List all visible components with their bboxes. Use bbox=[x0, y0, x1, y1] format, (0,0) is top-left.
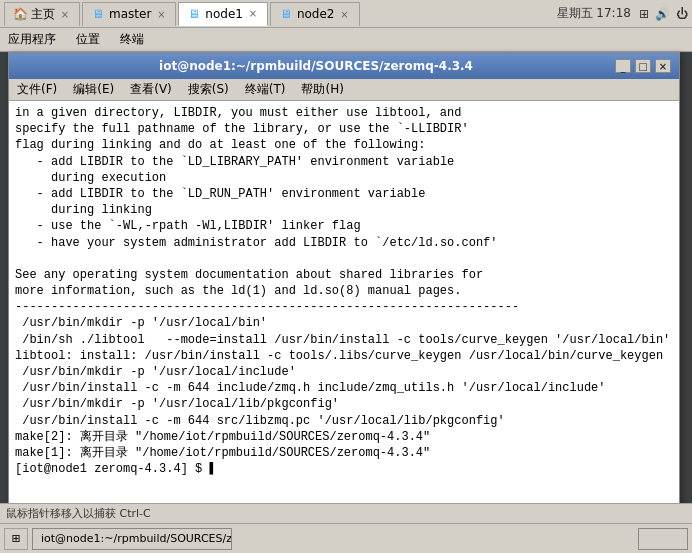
tab-node2-close[interactable]: × bbox=[339, 8, 351, 20]
menu-applications[interactable]: 应用程序 bbox=[4, 29, 60, 50]
menu-location[interactable]: 位置 bbox=[72, 29, 104, 50]
taskbar: ⊞ iot@node1:~/rpmbuild/SOURCES/z-... bbox=[0, 523, 692, 553]
node1-icon: 🖥 bbox=[187, 7, 201, 21]
tab-home[interactable]: 🏠 主页 × bbox=[4, 2, 80, 26]
system-bar-right: 星期五 17:18 ⊞ 🔊 ⏻ bbox=[557, 5, 688, 22]
terminal-window: iot@node1:~/rpmbuild/SOURCES/zeromq-4.3.… bbox=[8, 52, 680, 522]
app-menu-bar: 应用程序 位置 终端 bbox=[0, 28, 692, 52]
power-icon: ⏻ bbox=[676, 7, 688, 21]
tab-node2[interactable]: 🖥 node2 × bbox=[270, 2, 360, 26]
menu-view[interactable]: 查看(V) bbox=[126, 79, 176, 100]
tab-node1-label: node1 bbox=[205, 7, 243, 21]
status-hint: 鼠标指针移移入以捕获 Ctrl-C bbox=[6, 506, 151, 521]
tab-master-label: master bbox=[109, 7, 151, 21]
terminal-controls: _ □ × bbox=[615, 59, 671, 73]
menu-file[interactable]: 文件(F) bbox=[13, 79, 61, 100]
menu-terminal[interactable]: 终端(T) bbox=[241, 79, 290, 100]
taskbar-item-label: iot@node1:~/rpmbuild/SOURCES/z-... bbox=[41, 532, 232, 545]
tab-node1-close[interactable]: × bbox=[247, 8, 259, 20]
taskbar-terminal-item[interactable]: iot@node1:~/rpmbuild/SOURCES/z-... bbox=[32, 528, 232, 550]
menu-edit[interactable]: 编辑(E) bbox=[69, 79, 118, 100]
terminal-output[interactable]: in a given directory, LIBDIR, you must e… bbox=[9, 101, 679, 521]
taskbar-right-box bbox=[638, 528, 688, 550]
taskbar-network-btn[interactable]: ⊞ bbox=[4, 528, 28, 550]
tab-node2-label: node2 bbox=[297, 7, 335, 21]
network-icon: ⊞ bbox=[639, 7, 649, 21]
system-icons: ⊞ 🔊 ⏻ bbox=[639, 7, 688, 21]
terminal-menubar: 文件(F) 编辑(E) 查看(V) 搜索(S) 终端(T) 帮助(H) bbox=[9, 79, 679, 101]
minimize-button[interactable]: _ bbox=[615, 59, 631, 73]
tab-master[interactable]: 🖥 master × bbox=[82, 2, 176, 26]
tab-node1[interactable]: 🖥 node1 × bbox=[178, 2, 268, 26]
tab-home-label: 主页 bbox=[31, 6, 55, 23]
tab-bar: 🏠 主页 × 🖥 master × 🖥 node1 × 🖥 node2 × bbox=[4, 2, 360, 26]
volume-icon: 🔊 bbox=[655, 7, 670, 21]
terminal-title: iot@node1:~/rpmbuild/SOURCES/zeromq-4.3.… bbox=[17, 59, 615, 73]
maximize-button[interactable]: □ bbox=[635, 59, 651, 73]
terminal-titlebar: iot@node1:~/rpmbuild/SOURCES/zeromq-4.3.… bbox=[9, 53, 679, 79]
master-icon: 🖥 bbox=[91, 7, 105, 21]
tab-master-close[interactable]: × bbox=[155, 8, 167, 20]
close-button[interactable]: × bbox=[655, 59, 671, 73]
menu-terminal[interactable]: 终端 bbox=[116, 29, 148, 50]
menu-search[interactable]: 搜索(S) bbox=[184, 79, 233, 100]
node2-icon: 🖥 bbox=[279, 7, 293, 21]
home-icon: 🏠 bbox=[13, 7, 27, 21]
system-bar: 🏠 主页 × 🖥 master × 🖥 node1 × 🖥 node2 × 星期… bbox=[0, 0, 692, 28]
datetime-display: 星期五 17:18 bbox=[557, 5, 631, 22]
tab-home-close[interactable]: × bbox=[59, 8, 71, 20]
menu-help[interactable]: 帮助(H) bbox=[297, 79, 347, 100]
taskbar-right bbox=[638, 528, 688, 550]
status-bar: 鼠标指针移移入以捕获 Ctrl-C bbox=[0, 503, 692, 523]
